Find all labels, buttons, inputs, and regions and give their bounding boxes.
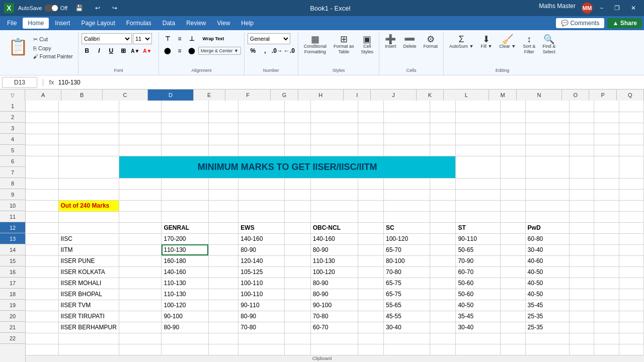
align-top-button[interactable]: ⊤ [162, 33, 173, 44]
cell-b17[interactable]: IISER BHOPAL [58, 289, 119, 300]
header-st[interactable]: ST [456, 222, 501, 233]
cell-n15[interactable]: 40-50 [525, 266, 569, 278]
paste-button[interactable]: 📋 [5, 35, 31, 58]
header-genral[interactable]: GENRAL [162, 222, 208, 233]
menu-help[interactable]: Help [236, 18, 259, 29]
cell-h14[interactable]: 110-130 [310, 255, 358, 266]
col-header-g[interactable]: G [271, 89, 298, 101]
border-button[interactable]: ⊞ [118, 45, 129, 56]
cell-l20[interactable]: 30-40 [456, 322, 501, 333]
fill-button[interactable]: ⬇ Fill ▼ [478, 33, 495, 56]
cell-n20[interactable]: 25-35 [525, 322, 569, 333]
cell-h1[interactable] [310, 101, 358, 112]
cell-d13[interactable]: 110-130 [162, 244, 208, 255]
cell-f14[interactable]: 120-140 [238, 255, 285, 266]
title-cell[interactable]: MINIMUM MARKS TO GET IISER/IISC/IITM [119, 156, 456, 178]
row-15[interactable]: 15 [0, 255, 25, 266]
copy-button[interactable]: ⎘ Copy [31, 44, 75, 52]
col-header-l[interactable]: L [444, 89, 489, 101]
cell-n12[interactable]: 60-80 [525, 233, 569, 244]
cell-j15[interactable]: 70-80 [384, 266, 430, 278]
cell-n18[interactable]: 35-45 [525, 300, 569, 311]
cell-b18[interactable]: IISER TVM [58, 300, 119, 311]
cell-j16[interactable]: 65-75 [384, 278, 430, 289]
format-as-table-button[interactable]: ⊞ Format asTable [331, 33, 357, 56]
row-7[interactable]: 7 [0, 167, 25, 178]
cell-j14[interactable]: 80-100 [384, 255, 430, 266]
cell-h13[interactable]: 80-90 [310, 244, 358, 255]
cell-h19[interactable]: 70-80 [310, 311, 358, 322]
cell-f18[interactable]: 90-110 [238, 300, 285, 311]
col-header-m[interactable]: M [489, 89, 516, 101]
cell-b12[interactable]: IISC [58, 233, 119, 244]
share-button[interactable]: ▲ Share [607, 18, 642, 28]
cell-f19[interactable]: 80-90 [238, 311, 285, 322]
row-16[interactable]: 16 [0, 266, 25, 278]
align-left-button[interactable]: ⬤ [162, 45, 173, 56]
format-cells-button[interactable]: ⚙ Format [421, 33, 440, 51]
cell-b16[interactable]: IISER MOHALI [58, 278, 119, 289]
cell-j17[interactable]: 65-75 [384, 289, 430, 300]
row-22[interactable]: 22 [0, 333, 25, 344]
col-header-j[interactable]: J [371, 89, 416, 101]
autosave-pill[interactable] [44, 5, 58, 12]
italic-button[interactable]: I [94, 45, 105, 56]
menu-review[interactable]: Review [181, 18, 211, 29]
format-painter-button[interactable]: 🖌 Format Painter [31, 53, 75, 60]
row-4[interactable]: 4 [0, 134, 25, 145]
cell-styles-button[interactable]: ▣ CellStyles [358, 33, 376, 56]
header-ews[interactable]: EWS [238, 222, 285, 233]
find-select-button[interactable]: 🔍 Find &Select [540, 33, 558, 56]
fill-color-button[interactable]: A▼ [130, 45, 141, 56]
minimize-button[interactable]: − [596, 3, 607, 14]
header-sc[interactable]: SC [384, 222, 430, 233]
menu-file[interactable]: File [2, 18, 22, 29]
cell-b14[interactable]: IISER PUNE [58, 255, 119, 266]
row-5[interactable]: 5 [0, 145, 25, 156]
corner-cell[interactable]: ▽ [0, 89, 25, 101]
menu-page-layout[interactable]: Page Layout [76, 18, 120, 29]
restore-button[interactable]: ❐ [610, 3, 624, 14]
col-header-h[interactable]: H [298, 89, 344, 101]
row-10[interactable]: 10 [0, 200, 25, 211]
cell-l14[interactable]: 70-90 [456, 255, 501, 266]
font-family-select[interactable]: CalibriArialTimes New Roman [82, 33, 132, 44]
cell-l15[interactable]: 60-70 [456, 266, 501, 278]
menu-data[interactable]: Data [157, 18, 180, 29]
col-header-c[interactable]: C [103, 89, 148, 101]
cell-a1[interactable] [26, 101, 58, 112]
align-bottom-button[interactable]: ⊥ [186, 33, 197, 44]
cell-d20[interactable]: 80-90 [162, 322, 208, 333]
close-button[interactable]: ✕ [627, 3, 640, 14]
redo-button[interactable]: ↪ [108, 3, 121, 14]
row-9[interactable]: 9 [0, 189, 25, 200]
cell-j1[interactable] [384, 101, 430, 112]
cell-d14[interactable]: 160-180 [162, 255, 208, 266]
cell-m1[interactable] [501, 101, 525, 112]
row-8[interactable]: 8 [0, 178, 25, 189]
row-13-h[interactable]: 13 [0, 233, 25, 244]
insert-cells-button[interactable]: ➕ Insert [382, 33, 399, 51]
font-size-select[interactable]: 11101214 [133, 33, 152, 44]
col-header-o[interactable]: O [562, 89, 589, 101]
cell-h16[interactable]: 80-90 [310, 278, 358, 289]
cell-g1[interactable] [285, 101, 310, 112]
cell-k1[interactable] [430, 101, 456, 112]
cell-b15[interactable]: IISER KOLKATA [58, 266, 119, 278]
wrap-text-button[interactable]: Wrap Text [198, 33, 228, 44]
row-14[interactable]: 14 [0, 244, 25, 255]
header-pwd[interactable]: PwD [525, 222, 569, 233]
underline-button[interactable]: U [106, 45, 117, 56]
cell-f13[interactable]: 80-90 [238, 244, 285, 255]
cell-n1[interactable] [525, 101, 569, 112]
clear-button[interactable]: 🧹 Clear ▼ [497, 33, 518, 56]
conditional-formatting-button[interactable]: ▦ ConditionalFormatting [301, 33, 329, 56]
row-11[interactable]: 11 [0, 211, 25, 222]
cell-n19[interactable]: 25-35 [525, 311, 569, 322]
cell-n16[interactable]: 40-50 [525, 278, 569, 289]
cell-f20[interactable]: 70-80 [238, 322, 285, 333]
cell-l1[interactable] [456, 101, 501, 112]
cell-c1[interactable] [119, 101, 162, 112]
cell-j18[interactable]: 55-65 [384, 300, 430, 311]
cut-button[interactable]: ✂ Cut [31, 35, 75, 44]
